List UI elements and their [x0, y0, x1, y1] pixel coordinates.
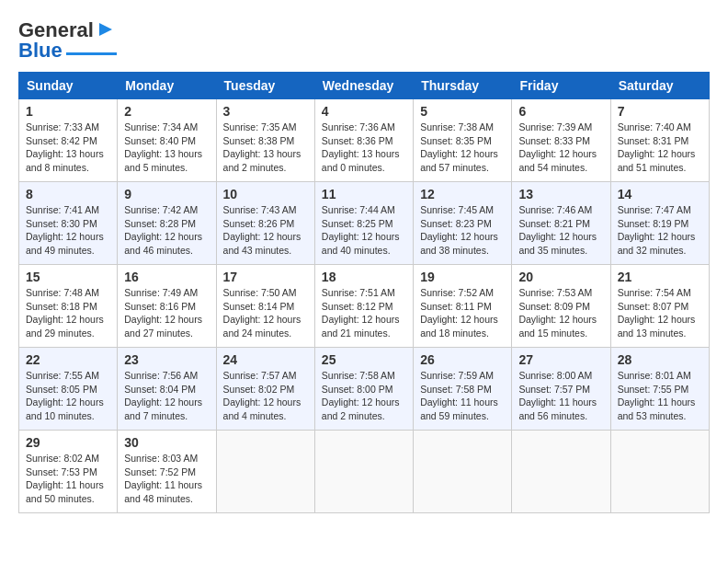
day-detail: Sunrise: 7:40 AMSunset: 8:31 PMDaylight:…: [618, 121, 702, 175]
calendar-cell: 29Sunrise: 8:02 AMSunset: 7:53 PMDayligh…: [19, 431, 118, 513]
day-number: 16: [124, 270, 209, 284]
day-detail: Sunrise: 7:34 AMSunset: 8:40 PMDaylight:…: [124, 121, 209, 175]
calendar-cell: 28Sunrise: 8:01 AMSunset: 7:55 PMDayligh…: [610, 348, 709, 431]
day-detail: Sunrise: 7:33 AMSunset: 8:42 PMDaylight:…: [26, 121, 110, 175]
day-detail: Sunrise: 7:41 AMSunset: 8:30 PMDaylight:…: [26, 203, 110, 258]
day-detail: Sunrise: 7:39 AMSunset: 8:33 PMDaylight:…: [518, 121, 603, 175]
header-wednesday: Wednesday: [314, 73, 413, 99]
day-number: 7: [618, 104, 702, 119]
logo-underline: [66, 52, 117, 55]
header-monday: Monday: [118, 73, 216, 99]
day-number: 8: [26, 187, 110, 201]
day-number: 24: [223, 352, 308, 367]
day-detail: Sunrise: 7:48 AMSunset: 8:18 PMDaylight:…: [26, 286, 110, 340]
day-detail: Sunrise: 7:38 AMSunset: 8:35 PMDaylight:…: [420, 121, 505, 175]
calendar-cell: 16Sunrise: 7:49 AMSunset: 8:16 PMDayligh…: [118, 265, 216, 348]
day-detail: Sunrise: 7:44 AMSunset: 8:25 PMDaylight:…: [322, 203, 406, 258]
day-detail: Sunrise: 7:45 AMSunset: 8:23 PMDaylight:…: [420, 203, 505, 258]
day-number: 12: [420, 187, 505, 201]
calendar-cell: [216, 431, 314, 513]
header-sunday: Sunday: [19, 73, 118, 99]
calendar-cell: [610, 431, 709, 513]
header-friday: Friday: [512, 73, 610, 99]
day-detail: Sunrise: 7:57 AMSunset: 8:02 PMDaylight:…: [223, 369, 308, 423]
calendar-cell: 17Sunrise: 7:50 AMSunset: 8:14 PMDayligh…: [216, 265, 314, 348]
calendar-cell: 30Sunrise: 8:03 AMSunset: 7:52 PMDayligh…: [118, 431, 216, 513]
calendar-cell: 8Sunrise: 7:41 AMSunset: 8:30 PMDaylight…: [19, 182, 118, 265]
calendar-week-row: 15Sunrise: 7:48 AMSunset: 8:18 PMDayligh…: [19, 265, 710, 348]
calendar-cell: 7Sunrise: 7:40 AMSunset: 8:31 PMDaylight…: [610, 99, 709, 182]
calendar-week-row: 8Sunrise: 7:41 AMSunset: 8:30 PMDaylight…: [19, 182, 710, 265]
day-number: 30: [124, 435, 209, 450]
calendar-cell: 19Sunrise: 7:52 AMSunset: 8:11 PMDayligh…: [414, 265, 512, 348]
day-number: 13: [518, 187, 603, 201]
calendar-cell: 3Sunrise: 7:35 AMSunset: 8:38 PMDaylight…: [216, 99, 314, 182]
day-detail: Sunrise: 7:50 AMSunset: 8:14 PMDaylight:…: [223, 286, 308, 340]
day-detail: Sunrise: 7:53 AMSunset: 8:09 PMDaylight:…: [518, 286, 603, 340]
calendar-cell: 6Sunrise: 7:39 AMSunset: 8:33 PMDaylight…: [512, 99, 610, 182]
day-detail: Sunrise: 7:52 AMSunset: 8:11 PMDaylight:…: [420, 286, 505, 340]
day-number: 14: [618, 187, 702, 201]
day-detail: Sunrise: 7:51 AMSunset: 8:12 PMDaylight:…: [322, 286, 406, 340]
day-number: 17: [223, 270, 308, 284]
page-header: General Blue: [18, 18, 710, 63]
day-number: 10: [223, 187, 308, 201]
svg-marker-0: [99, 23, 112, 36]
calendar-cell: 9Sunrise: 7:42 AMSunset: 8:28 PMDaylight…: [118, 182, 216, 265]
day-number: 5: [420, 104, 505, 119]
day-number: 1: [26, 104, 110, 119]
calendar-cell: 24Sunrise: 7:57 AMSunset: 8:02 PMDayligh…: [216, 348, 314, 431]
day-number: 27: [518, 352, 603, 367]
calendar-cell: 20Sunrise: 7:53 AMSunset: 8:09 PMDayligh…: [512, 265, 610, 348]
day-number: 18: [322, 270, 406, 284]
day-detail: Sunrise: 7:43 AMSunset: 8:26 PMDaylight:…: [223, 203, 308, 258]
calendar-cell: 25Sunrise: 7:58 AMSunset: 8:00 PMDayligh…: [314, 348, 413, 431]
day-detail: Sunrise: 8:00 AMSunset: 7:57 PMDaylight:…: [518, 369, 603, 423]
calendar-cell: 5Sunrise: 7:38 AMSunset: 8:35 PMDaylight…: [414, 99, 512, 182]
calendar-cell: [314, 431, 413, 513]
day-number: 3: [223, 104, 308, 119]
calendar-cell: 18Sunrise: 7:51 AMSunset: 8:12 PMDayligh…: [314, 265, 413, 348]
day-number: 2: [124, 104, 209, 119]
header-saturday: Saturday: [610, 73, 709, 99]
day-detail: Sunrise: 7:36 AMSunset: 8:36 PMDaylight:…: [322, 121, 406, 175]
day-detail: Sunrise: 7:49 AMSunset: 8:16 PMDaylight:…: [124, 286, 209, 340]
day-number: 9: [124, 187, 209, 201]
calendar-cell: 13Sunrise: 7:46 AMSunset: 8:21 PMDayligh…: [512, 182, 610, 265]
calendar-cell: 22Sunrise: 7:55 AMSunset: 8:05 PMDayligh…: [19, 348, 118, 431]
day-detail: Sunrise: 8:01 AMSunset: 7:55 PMDaylight:…: [618, 369, 702, 423]
logo-arrow-icon: [96, 19, 116, 40]
calendar-cell: 12Sunrise: 7:45 AMSunset: 8:23 PMDayligh…: [414, 182, 512, 265]
day-number: 26: [420, 352, 505, 367]
day-detail: Sunrise: 7:56 AMSunset: 8:04 PMDaylight:…: [124, 369, 209, 423]
calendar-week-row: 1Sunrise: 7:33 AMSunset: 8:42 PMDaylight…: [19, 99, 710, 182]
day-number: 28: [618, 352, 702, 367]
day-detail: Sunrise: 7:54 AMSunset: 8:07 PMDaylight:…: [618, 286, 702, 340]
day-number: 11: [322, 187, 406, 201]
calendar-cell: 1Sunrise: 7:33 AMSunset: 8:42 PMDaylight…: [19, 99, 118, 182]
day-number: 15: [26, 270, 110, 284]
day-number: 4: [322, 104, 406, 119]
logo-blue-text: Blue: [18, 39, 63, 63]
calendar-cell: 14Sunrise: 7:47 AMSunset: 8:19 PMDayligh…: [610, 182, 709, 265]
day-detail: Sunrise: 7:46 AMSunset: 8:21 PMDaylight:…: [518, 203, 603, 258]
day-detail: Sunrise: 8:02 AMSunset: 7:53 PMDaylight:…: [26, 452, 110, 506]
day-detail: Sunrise: 7:58 AMSunset: 8:00 PMDaylight:…: [322, 369, 406, 423]
day-detail: Sunrise: 7:55 AMSunset: 8:05 PMDaylight:…: [26, 369, 110, 423]
calendar-cell: [512, 431, 610, 513]
calendar-cell: [414, 431, 512, 513]
day-number: 23: [124, 352, 209, 367]
day-number: 19: [420, 270, 505, 284]
day-number: 21: [618, 270, 702, 284]
calendar-cell: 4Sunrise: 7:36 AMSunset: 8:36 PMDaylight…: [314, 99, 413, 182]
calendar-cell: 2Sunrise: 7:34 AMSunset: 8:40 PMDaylight…: [118, 99, 216, 182]
header-thursday: Thursday: [414, 73, 512, 99]
calendar-table: SundayMondayTuesdayWednesdayThursdayFrid…: [18, 72, 710, 513]
calendar-week-row: 22Sunrise: 7:55 AMSunset: 8:05 PMDayligh…: [19, 348, 710, 431]
day-number: 20: [518, 270, 603, 284]
calendar-cell: 23Sunrise: 7:56 AMSunset: 8:04 PMDayligh…: [118, 348, 216, 431]
logo: General Blue: [18, 18, 117, 63]
day-number: 25: [322, 352, 406, 367]
calendar-week-row: 29Sunrise: 8:02 AMSunset: 7:53 PMDayligh…: [19, 431, 710, 513]
calendar-cell: 11Sunrise: 7:44 AMSunset: 8:25 PMDayligh…: [314, 182, 413, 265]
